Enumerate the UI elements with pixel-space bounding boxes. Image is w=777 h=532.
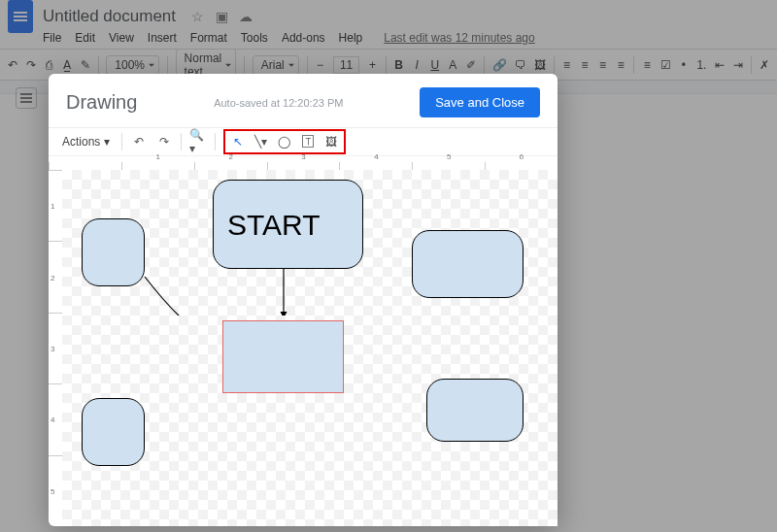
save-and-close-button[interactable]: Save and Close xyxy=(420,87,540,117)
link-icon[interactable]: 🔗 xyxy=(492,55,507,75)
move-folder-icon[interactable]: ▣ xyxy=(216,9,228,24)
menu-tools[interactable]: Tools xyxy=(241,31,268,45)
tools-highlight: ↖ ╲▾ ◯ 🅃 🖼 xyxy=(223,129,346,154)
textbox-tool-icon[interactable]: 🅃 xyxy=(299,133,317,150)
menu-file[interactable]: File xyxy=(43,31,61,45)
menu-format[interactable]: Format xyxy=(190,31,227,45)
node-bottom-left[interactable] xyxy=(82,398,145,466)
doc-title[interactable]: Untitled document xyxy=(43,7,176,26)
title-icons: ☆ ▣ ☁ xyxy=(187,9,256,24)
bulleted-list-icon[interactable]: • xyxy=(679,55,690,75)
undo-icon[interactable]: ↶ xyxy=(8,55,18,75)
redo-icon[interactable]: ↷ xyxy=(26,55,37,75)
v-ruler: 1 2 3 4 5 xyxy=(49,170,62,526)
clear-format-icon[interactable]: ✗ xyxy=(759,55,769,75)
comment-icon[interactable]: 🗨 xyxy=(515,55,526,75)
menu-bar: File Edit View Insert Format Tools Add-o… xyxy=(0,29,777,50)
font-size-dec-icon[interactable]: − xyxy=(315,55,325,75)
indent-dec-icon[interactable]: ⇤ xyxy=(715,55,726,75)
underline-icon[interactable]: U xyxy=(429,55,440,75)
menu-addons[interactable]: Add-ons xyxy=(282,31,325,45)
image-tool-icon[interactable]: 🖼 xyxy=(322,133,340,150)
last-edit-text[interactable]: Last edit was 12 minutes ago xyxy=(384,31,534,45)
outline-toggle-icon[interactable] xyxy=(16,87,37,109)
align-justify-icon[interactable]: ≡ xyxy=(616,55,626,75)
font-size-inc-icon[interactable]: + xyxy=(367,55,378,75)
drawing-title: Drawing xyxy=(66,91,137,114)
align-center-icon[interactable]: ≡ xyxy=(580,55,591,75)
zoom-select[interactable]: 100% xyxy=(106,55,159,75)
line-spacing-icon[interactable]: ≡ xyxy=(642,55,653,75)
undo-icon[interactable]: ↶ xyxy=(130,133,148,150)
italic-icon[interactable]: I xyxy=(412,55,422,75)
node-top-right[interactable] xyxy=(412,230,524,298)
zoom-tool-icon[interactable]: 🔍▾ xyxy=(189,133,207,150)
bold-icon[interactable]: B xyxy=(393,55,404,75)
autosave-text: Auto-saved at 12:20:23 PM xyxy=(214,97,343,109)
select-tool-icon[interactable]: ↖ xyxy=(229,133,247,150)
star-icon[interactable]: ☆ xyxy=(191,9,204,24)
redo-icon[interactable]: ↷ xyxy=(155,133,173,150)
highlight-icon[interactable]: ✐ xyxy=(466,55,477,75)
drawing-dialog: Drawing Auto-saved at 12:20:23 PM Save a… xyxy=(49,74,557,526)
cloud-status-icon: ☁ xyxy=(239,9,253,24)
spellcheck-icon[interactable]: A̲ xyxy=(62,55,73,75)
node-bottom-right[interactable] xyxy=(426,379,524,442)
h-ruler: 1 2 3 4 5 6 xyxy=(49,156,557,170)
line-tool-icon[interactable]: ╲▾ xyxy=(253,133,270,150)
shape-tool-icon[interactable]: ◯ xyxy=(276,133,293,150)
menu-insert[interactable]: Insert xyxy=(148,31,177,45)
actions-menu[interactable]: Actions ▾ xyxy=(58,133,114,150)
numbered-list-icon[interactable]: 1. xyxy=(696,55,707,75)
menu-edit[interactable]: Edit xyxy=(75,31,95,45)
title-bar: Untitled document ☆ ▣ ☁ xyxy=(0,0,777,29)
start-label: START xyxy=(227,209,321,242)
text-color-icon[interactable]: A xyxy=(448,55,458,75)
print-icon[interactable]: ⎙ xyxy=(44,55,54,75)
menu-help[interactable]: Help xyxy=(339,31,363,45)
checklist-icon[interactable]: ☑ xyxy=(660,55,671,75)
font-size-input[interactable]: 11 xyxy=(333,56,359,74)
paint-format-icon[interactable]: ✎ xyxy=(80,55,90,75)
menu-view[interactable]: View xyxy=(109,31,134,45)
image-icon[interactable]: 🖼 xyxy=(534,55,546,75)
indent-inc-icon[interactable]: ⇥ xyxy=(732,55,743,75)
node-top-left[interactable] xyxy=(82,218,145,286)
align-left-icon[interactable]: ≡ xyxy=(561,55,572,75)
docs-logo-icon[interactable] xyxy=(8,0,33,33)
center-node[interactable] xyxy=(222,320,344,393)
drawing-header: Drawing Auto-saved at 12:20:23 PM Save a… xyxy=(49,74,557,127)
font-select[interactable]: Arial xyxy=(253,55,299,75)
align-right-icon[interactable]: ≡ xyxy=(597,55,608,75)
drawing-canvas[interactable]: START xyxy=(62,170,557,526)
